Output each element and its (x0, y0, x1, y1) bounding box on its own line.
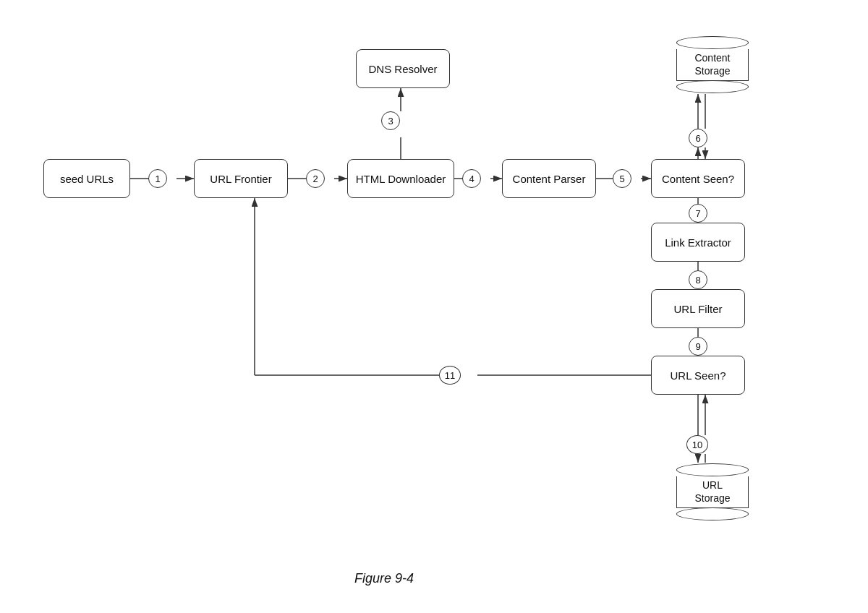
content-parser-box: Content Parser (502, 159, 596, 198)
step-2-circle: 2 (306, 169, 325, 188)
content-seen-box: Content Seen? (651, 159, 745, 198)
url-frontier-box: URL Frontier (194, 159, 288, 198)
url-seen-box: URL Seen? (651, 356, 745, 395)
step-10-circle: 10 (686, 435, 708, 454)
diagram-container: seed URLs URL Frontier DNS Resolver HTML… (0, 0, 868, 613)
step-8-circle: 8 (689, 270, 707, 289)
url-filter-box: URL Filter (651, 289, 745, 328)
step-5-circle: 5 (613, 169, 631, 188)
step-6-circle: 6 (689, 129, 707, 147)
seed-urls-box: seed URLs (43, 159, 130, 198)
content-storage-cylinder: Content Storage (676, 35, 749, 93)
step-3-circle: 3 (381, 111, 400, 130)
html-downloader-box: HTML Downloader (347, 159, 454, 198)
dns-resolver-box: DNS Resolver (356, 49, 450, 88)
url-storage-cylinder: URL Storage (676, 463, 749, 520)
step-7-circle: 7 (689, 204, 707, 223)
step-11-circle: 11 (439, 366, 461, 385)
step-4-circle: 4 (462, 169, 481, 188)
step-1-circle: 1 (148, 169, 167, 188)
link-extractor-box: Link Extractor (651, 223, 745, 262)
step-9-circle: 9 (689, 337, 707, 356)
figure-caption: Figure 9-4 (354, 571, 414, 586)
